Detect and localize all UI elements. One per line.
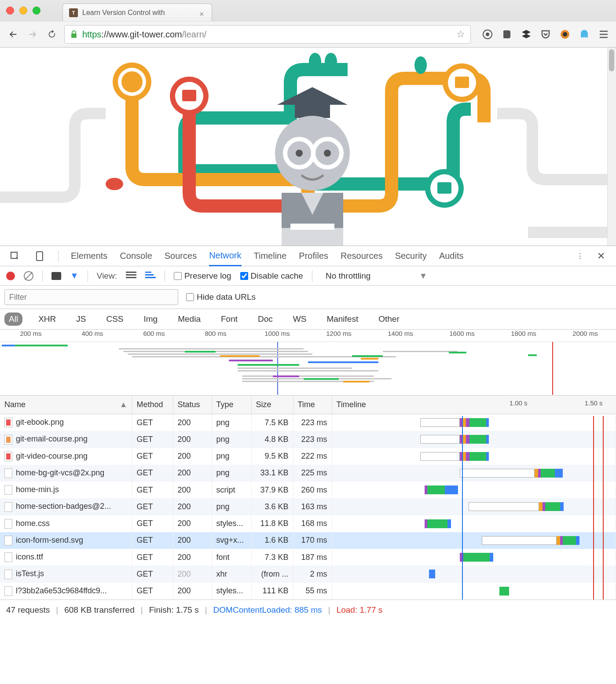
tab-strip: Learn Version Control with	[0, 0, 616, 21]
tab-title: Learn Version Control with	[82, 9, 165, 17]
tab-security[interactable]: Security	[395, 246, 427, 265]
col-timeline[interactable]: Timeline 1.00 s1.50 s	[332, 396, 616, 414]
reload-button[interactable]	[45, 27, 59, 41]
hero-illustration	[0, 48, 616, 246]
filter-input[interactable]	[4, 289, 178, 305]
type-all[interactable]: All	[4, 313, 22, 326]
cell-size: 7.5 KB	[251, 414, 293, 431]
record-button[interactable]	[6, 272, 15, 280]
tab-audits[interactable]: Audits	[439, 246, 464, 265]
browser-toolbar: https://www.git-tower.com/learn/ ☆	[0, 21, 616, 47]
screenshot-icon[interactable]	[51, 272, 61, 280]
table-row[interactable]: git-video-course.pngGET200png9.5 KB222 m…	[0, 448, 616, 465]
devtools-tabs: Elements Console Sources Network Timelin…	[0, 246, 616, 266]
tab-resources[interactable]: Resources	[341, 246, 383, 265]
filter-row: Hide data URLs	[0, 286, 616, 309]
type-font[interactable]: Font	[216, 313, 242, 326]
svg-point-17	[309, 53, 321, 70]
type-css[interactable]: CSS	[102, 313, 128, 326]
table-row[interactable]: home-bg-git-vcs@2x.pngGET200png33.1 KB22…	[0, 465, 616, 482]
view-waterfall-icon[interactable]	[145, 272, 156, 280]
device-icon[interactable]	[33, 250, 46, 262]
tab-network[interactable]: Network	[209, 246, 241, 266]
col-method[interactable]: Method	[132, 396, 173, 414]
extension-evernote-icon[interactable]	[501, 28, 513, 40]
cell-time: 2 ms	[293, 566, 332, 582]
tab-console[interactable]: Console	[120, 246, 152, 265]
cell-timeline	[332, 465, 616, 482]
disable-cache-checkbox[interactable]: Disable cache	[240, 271, 303, 281]
tab-elements[interactable]: Elements	[71, 246, 107, 265]
type-filter-row: All XHR JS CSS Img Media Font Doc WS Man…	[0, 309, 616, 330]
browser-tab[interactable]: Learn Version Control with	[62, 4, 212, 21]
bookmark-icon[interactable]: ☆	[456, 29, 465, 40]
hide-data-urls-checkbox[interactable]: Hide data URLs	[186, 292, 256, 302]
table-row[interactable]: icons.ttfGET200font7.3 KB187 ms	[0, 549, 616, 566]
col-type[interactable]: Type	[212, 396, 251, 414]
table-row[interactable]: home.cssGET200styles...11.8 KB168 ms	[0, 515, 616, 532]
col-status[interactable]: Status	[173, 396, 212, 414]
type-xhr[interactable]: XHR	[34, 313, 60, 326]
forward-button[interactable]	[26, 27, 40, 41]
table-row[interactable]: l?3bb2a6e53c9684ffdc9...GET200styles...1…	[0, 583, 616, 599]
cell-timeline	[332, 414, 616, 431]
inspect-icon[interactable]	[9, 250, 21, 262]
table-row[interactable]: git-email-course.pngGET200png4.8 KB223 m…	[0, 431, 616, 448]
preserve-log-checkbox[interactable]: Preserve log	[174, 271, 231, 281]
svg-point-26	[296, 150, 303, 157]
table-row[interactable]: home-min.jsGET200script37.9 KB260 ms	[0, 482, 616, 498]
cell-status: 200	[173, 414, 212, 431]
cell-method: GET	[132, 498, 173, 515]
back-button[interactable]	[6, 27, 20, 41]
cell-method: GET	[132, 532, 173, 549]
extension-buffer-icon[interactable]	[520, 28, 532, 40]
cell-method: GET	[132, 482, 173, 498]
tab-sources[interactable]: Sources	[165, 246, 197, 265]
window-minimize[interactable]	[19, 7, 27, 15]
address-bar[interactable]: https://www.git-tower.com/learn/ ☆	[64, 25, 471, 44]
table-row[interactable]: home-section-badges@2...GET200png3.6 KB1…	[0, 498, 616, 515]
page-scrollbar[interactable]	[607, 48, 616, 246]
tab-profiles[interactable]: Profiles	[299, 246, 328, 265]
view-large-icon[interactable]	[126, 272, 136, 280]
clear-button[interactable]	[24, 271, 33, 281]
extension-pocket-icon[interactable]	[539, 28, 552, 40]
type-img[interactable]: Img	[139, 313, 162, 326]
table-row[interactable]: icon-form-send.svgGET200svg+x...1.6 KB17…	[0, 532, 616, 549]
col-time[interactable]: Time	[293, 396, 332, 414]
window-zoom[interactable]	[33, 7, 40, 15]
network-overview[interactable]: 200 ms 400 ms 600 ms 800 ms 1000 ms 1200…	[0, 330, 616, 396]
table-row[interactable]: git-ebook.pngGET200png7.5 KB223 ms	[0, 414, 616, 431]
type-media[interactable]: Media	[173, 313, 205, 326]
cell-method: GET	[132, 448, 173, 465]
table-row[interactable]: isTest.jsGET200xhr(from ...2 ms	[0, 566, 616, 582]
cell-status: 200	[173, 566, 212, 582]
ov-tick: 200 ms	[0, 330, 62, 342]
cell-size: 11.8 KB	[251, 515, 293, 532]
window-close[interactable]	[6, 7, 14, 15]
type-other[interactable]: Other	[374, 313, 404, 326]
type-manifest[interactable]: Manifest	[322, 313, 363, 326]
cell-timeline	[332, 583, 616, 599]
col-size[interactable]: Size	[251, 396, 293, 414]
tab-timeline[interactable]: Timeline	[254, 246, 287, 265]
menu-icon[interactable]	[598, 28, 610, 40]
dcl-line	[462, 416, 463, 599]
file-name: home-section-badges@2...	[16, 502, 111, 511]
close-devtools-icon[interactable]: ✕	[595, 250, 607, 262]
extension-eye-icon[interactable]	[559, 28, 571, 40]
type-ws[interactable]: WS	[289, 313, 311, 326]
extension-ghostery-icon[interactable]	[578, 28, 590, 40]
svg-point-4	[563, 32, 567, 37]
more-icon[interactable]: ⋮	[574, 250, 586, 262]
extension-privacy-icon[interactable]	[481, 28, 494, 40]
close-icon[interactable]	[199, 10, 205, 16]
type-doc[interactable]: Doc	[253, 313, 277, 326]
throttling-select[interactable]: No throttling▼	[326, 271, 427, 281]
col-name[interactable]: Name ▲	[0, 396, 132, 414]
file-name: isTest.js	[16, 569, 44, 578]
status-requests: 47 requests	[6, 605, 50, 615]
cell-time: 55 ms	[293, 583, 332, 599]
type-js[interactable]: JS	[72, 313, 90, 326]
filter-icon[interactable]: ▼	[70, 271, 79, 281]
